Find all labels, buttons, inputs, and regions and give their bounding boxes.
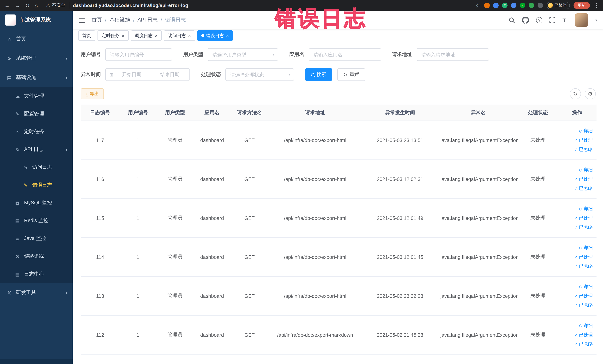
sidebar-item[interactable]: ▤ Redis 监控 [0,212,73,230]
reload-icon[interactable]: ↻ [25,3,29,8]
page-tab[interactable]: 访问日志 × [164,30,195,41]
github-icon[interactable] [522,16,529,23]
sidebar: 芋道管理系统 ⌂ 首页 ⚙ 系统管理 ▤ 基础设施 [0,11,73,364]
refresh-table-button[interactable]: ↻ [570,88,581,99]
sidebar-item[interactable]: ▤ 日志中心 [0,265,73,283]
mark-processed-link[interactable]: ✓已处理 [574,215,593,221]
app-logo[interactable]: 芋道管理系统 [0,11,73,29]
sidebar-item[interactable]: ⚒ 研发工具 [0,283,73,302]
mark-ignored-link[interactable]: ✓已忽略 [574,341,593,347]
browser-menu-icon[interactable]: ⋮ [593,2,600,8]
breadcrumb-item[interactable]: 错误日志 [165,17,186,23]
sidebar-item[interactable]: ▤ 基础设施 [0,68,73,87]
url-bar[interactable]: dashboard.yudao.iocoder.cn/infra/log/api… [73,3,471,8]
process-status-select[interactable]: ▾ [225,68,294,81]
mark-ignored-link[interactable]: ✓已忽略 [574,224,593,231]
page-tab[interactable]: 首页 × [78,30,95,41]
extension-icon[interactable]: Y [502,3,508,8]
extension-icon[interactable]: on [520,3,525,8]
back-icon[interactable]: ← [4,3,10,8]
detail-link[interactable]: ⊙详细 [579,322,593,329]
page-tab[interactable]: 定时任务 × [97,30,128,41]
date-range-picker[interactable]: ⊞ 开始日期 - 结束日期 [105,68,190,81]
mark-ignored-link[interactable]: ✓已忽略 [574,146,593,153]
detail-link[interactable]: ⊙详细 [579,206,593,212]
paused-label: 已暂停 [554,3,567,8]
collapse-sidebar-icon[interactable] [79,18,85,23]
search-icon[interactable] [509,17,515,23]
home-icon[interactable]: ⌂ [35,3,38,8]
sidebar-footer [0,359,73,364]
mark-processed-link[interactable]: ✓已处理 [574,254,593,260]
extension-icon[interactable] [511,3,516,8]
user-avatar[interactable] [575,13,588,27]
mark-ignored-link[interactable]: ✓已忽略 [574,185,593,192]
sidebar-item[interactable]: ▦ MySQL 监控 [0,194,73,212]
mark-ignored-link[interactable]: ✓已忽略 [574,263,593,270]
cell-request-url: /api/infra/db-doc/export-html [268,121,362,160]
breadcrumb-item[interactable]: 基础设施 [109,17,130,23]
detail-link[interactable]: ⊙详细 [579,245,593,251]
extension-icon[interactable] [484,3,490,8]
close-tab-icon[interactable]: × [188,33,191,38]
extension-icon[interactable] [493,3,499,8]
sidebar-item[interactable]: ☁ 文件管理 [0,87,73,105]
forward-icon[interactable]: → [15,3,20,8]
cell-log-id: 115 [81,199,119,237]
search-button[interactable]: 搜索 [305,68,332,81]
paused-badge[interactable]: 已暂停 [547,2,570,9]
mark-processed-link[interactable]: ✓已处理 [574,137,593,143]
sidebar-item[interactable]: ✎ 访问日志 [0,158,73,176]
column-settings-button[interactable]: ⚙ [585,88,596,99]
update-button[interactable]: 更新 [574,2,590,9]
breadcrumb-item[interactable]: API 日志 [138,17,158,23]
close-tab-icon[interactable]: × [226,33,229,38]
detail-link[interactable]: ⊙详细 [579,167,593,173]
mark-processed-link[interactable]: ✓已处理 [574,176,593,182]
page-tab[interactable]: 调度日志 × [131,30,162,41]
cell-log-id: 114 [81,237,119,276]
mark-processed-link[interactable]: ✓已处理 [574,332,593,338]
sidebar-item[interactable]: ◔ 定时任务 [0,123,73,141]
user-type-select[interactable]: ▾ [208,48,278,61]
cell-actions: ⊙详细 ✓已处理 ✓已忽略 [557,160,596,199]
extensions-area: Yon [484,3,543,8]
extension-icon[interactable] [538,3,543,8]
font-size-icon[interactable]: TT [563,17,568,23]
close-tab-icon[interactable]: × [122,33,124,38]
page-tab[interactable]: 错误日志 × [197,30,233,41]
app-title: 芋道管理系统 [20,17,51,23]
breadcrumb: 首页 / 基础设施 / API 日志 / 错误日志 / [92,17,186,23]
sidebar-item[interactable]: ✎ 配置管理 [0,105,73,123]
request-url-input[interactable] [417,48,489,61]
caret-down-icon[interactable]: ▾ [595,18,597,22]
fullscreen-icon[interactable] [550,17,556,23]
export-button[interactable]: ↓ 导出 [81,88,104,99]
close-tab-icon[interactable]: × [155,33,158,38]
sidebar-item[interactable]: ⚙ 系统管理 [0,48,73,68]
detail-link[interactable]: ⊙详细 [579,283,593,290]
tab-label: 调度日志 [135,33,152,39]
process-status-select-input[interactable] [225,68,294,81]
reset-button[interactable]: ↻ 重置 [337,68,365,81]
extension-icon[interactable] [529,3,534,8]
app-name-input[interactable] [309,48,381,61]
detail-link[interactable]: ⊙详细 [579,128,593,134]
sidebar-item[interactable]: ☕ Java 监控 [0,230,73,247]
sidebar-item[interactable]: ⌂ 首页 [0,29,73,48]
cell-exception-time: 2021-05-03 23:13:51 [362,121,438,160]
user-type-select-input[interactable] [208,48,278,61]
mark-processed-link[interactable]: ✓已处理 [574,293,593,299]
help-icon[interactable]: ? [536,17,543,23]
sidebar-item[interactable]: ⊙ 链路追踪 [0,247,73,265]
user-id-input[interactable] [105,48,172,61]
sidebar-item[interactable]: ✎ 错误日志 [0,176,73,194]
breadcrumb-item[interactable]: 首页 [92,17,102,23]
cell-user-id: 1 [119,199,156,237]
home-icon: ⌂ [6,36,12,42]
bookmark-icon[interactable]: ☆ [475,2,480,8]
site-security-badge[interactable]: ⚠ 不安全 [46,2,69,9]
mark-ignored-link[interactable]: ✓已忽略 [574,302,593,308]
browser-chrome: ← → ↻ ⌂ ⚠ 不安全 dashboard.yudao.iocoder.cn… [0,0,603,11]
sidebar-item[interactable]: ✎ API 日志 [0,141,73,158]
